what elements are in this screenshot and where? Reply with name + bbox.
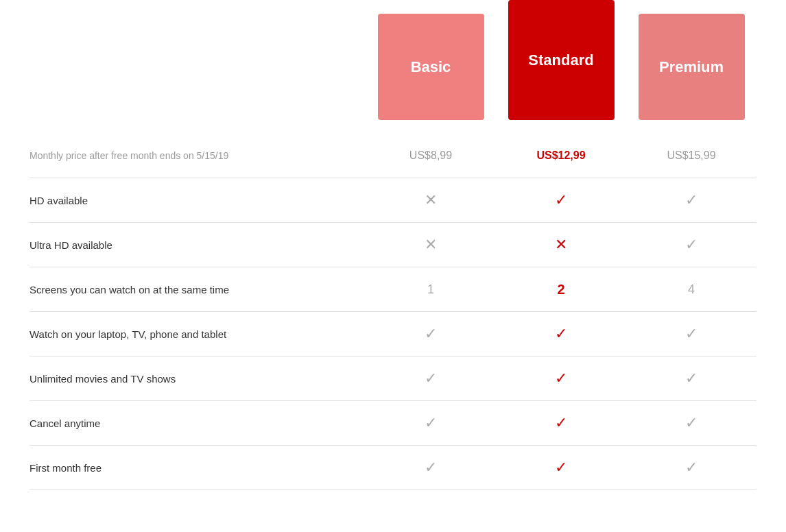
basic-plan-label: Basic [411,58,451,76]
price-row: Monthly price after free month ends on 5… [29,134,757,178]
premium-hd-check-icon: ✓ [685,191,698,209]
premium-screens-cell: 4 [626,272,757,307]
premium-unlimited-cell: ✓ [626,359,757,398]
watch-label: Watch on your laptop, TV, phone and tabl… [29,316,366,352]
basic-plan-box[interactable]: Basic [378,14,484,120]
ultra-hd-label: Ultra HD available [29,227,366,263]
premium-unlimited-check-icon: ✓ [685,370,698,387]
standard-watch-cell: ✓ [496,315,626,353]
basic-watch-cell: ✓ [366,315,496,353]
standard-screens-value: 2 [557,282,564,298]
standard-plan-label: Standard [528,51,593,69]
standard-first-month-cell: ✓ [496,448,626,487]
basic-hd-cell: ✕ [366,181,496,219]
standard-plan-header: Standard [496,14,626,120]
basic-screens-value: 1 [427,282,434,297]
pricing-table: Basic Standard Premium Monthly price aft… [29,14,757,490]
plan-header-row: Basic Standard Premium [29,14,757,120]
standard-cancel-cell: ✓ [496,404,626,442]
standard-price: US$12,99 [496,139,626,172]
first-month-row: First month free ✓ ✓ ✓ [29,446,757,490]
basic-cancel-check-icon: ✓ [425,414,437,432]
premium-cancel-cell: ✓ [626,404,757,442]
premium-ultra-hd-cell: ✓ [626,226,757,264]
screens-row: Screens you can watch on at the same tim… [29,267,757,312]
premium-first-month-check-icon: ✓ [685,459,698,476]
standard-watch-check-icon: ✓ [555,325,567,343]
first-month-label: First month free [29,450,366,486]
standard-unlimited-cell: ✓ [496,359,626,398]
basic-price: US$8,99 [366,139,496,172]
basic-ultra-hd-cross-icon: ✕ [425,236,437,254]
premium-plan-header: Premium [626,14,757,120]
standard-ultra-hd-cell: ✕ [496,226,626,264]
price-label: Monthly price after free month ends on 5… [29,138,366,173]
unlimited-row: Unlimited movies and TV shows ✓ ✓ ✓ [29,356,757,401]
standard-cancel-check-icon: ✓ [555,414,567,432]
premium-watch-check-icon: ✓ [685,325,698,343]
basic-ultra-hd-cell: ✕ [366,226,496,264]
cancel-label: Cancel anytime [29,405,366,442]
header-spacer [29,14,366,120]
basic-watch-check-icon: ✓ [425,325,437,343]
basic-hd-cross-icon: ✕ [425,191,437,209]
cancel-row: Cancel anytime ✓ ✓ ✓ [29,401,757,446]
standard-ultra-hd-cross-icon: ✕ [555,236,567,254]
standard-plan-box[interactable]: Standard [508,0,615,120]
basic-cancel-cell: ✓ [366,404,496,442]
standard-unlimited-check-icon: ✓ [555,370,567,387]
hd-row: HD available ✕ ✓ ✓ [29,178,757,223]
premium-plan-box[interactable]: Premium [639,14,745,120]
standard-first-month-check-icon: ✓ [555,459,567,476]
premium-hd-cell: ✓ [626,181,757,219]
standard-hd-check-icon: ✓ [555,191,567,209]
premium-plan-label: Premium [659,58,724,76]
basic-plan-header: Basic [366,14,496,120]
premium-price: US$15,99 [626,139,757,172]
basic-unlimited-cell: ✓ [366,359,496,398]
standard-screens-cell: 2 [496,271,626,308]
unlimited-label: Unlimited movies and TV shows [29,361,366,397]
premium-screens-value: 4 [688,282,695,297]
screens-label: Screens you can watch on at the same tim… [29,271,366,308]
ultra-hd-row: Ultra HD available ✕ ✕ ✓ [29,223,757,267]
hd-label: HD available [29,182,366,219]
premium-cancel-check-icon: ✓ [685,414,698,432]
basic-first-month-cell: ✓ [366,448,496,487]
standard-hd-cell: ✓ [496,181,626,219]
basic-screens-cell: 1 [366,272,496,307]
premium-watch-cell: ✓ [626,315,757,353]
basic-first-month-check-icon: ✓ [425,459,437,476]
watch-row: Watch on your laptop, TV, phone and tabl… [29,312,757,356]
basic-unlimited-check-icon: ✓ [425,370,437,387]
premium-ultra-hd-check-icon: ✓ [685,236,698,254]
premium-first-month-cell: ✓ [626,448,757,487]
feature-rows: Monthly price after free month ends on 5… [29,134,757,490]
